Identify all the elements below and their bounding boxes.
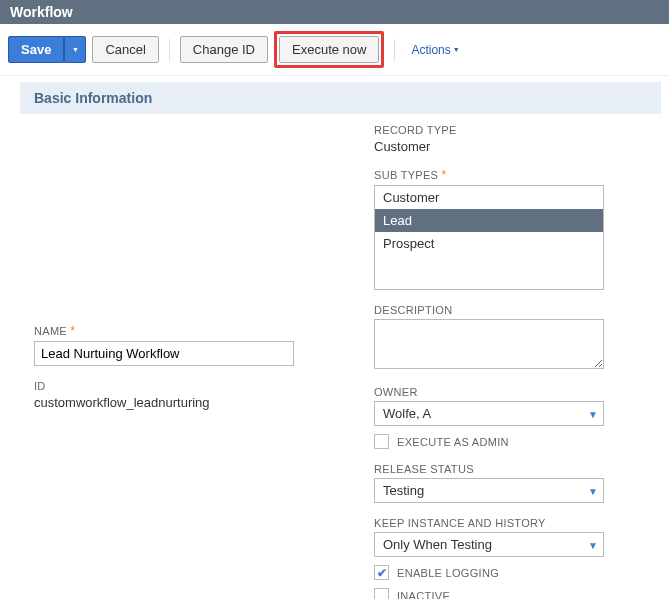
field-sub-types: SUB TYPES * Customer Lead Prospect: [374, 168, 639, 290]
right-column: RECORD TYPE Customer SUB TYPES * Custome…: [374, 124, 639, 599]
field-owner: OWNER Wolfe, A ▼ EXECUTE AS ADMIN: [374, 386, 639, 449]
release-status-label: RELEASE STATUS: [374, 463, 639, 475]
form-body: NAME * ID customworkflow_leadnurturing R…: [0, 114, 669, 599]
field-id: ID customworkflow_leadnurturing: [34, 380, 334, 410]
toolbar-divider: [394, 39, 395, 61]
owner-value: Wolfe, A: [374, 401, 604, 426]
list-item[interactable]: Customer: [375, 186, 603, 209]
inactive-label: INACTIVE: [397, 590, 450, 600]
actions-menu[interactable]: Actions ▼: [411, 43, 459, 57]
owner-label: OWNER: [374, 386, 639, 398]
inactive-row: INACTIVE: [374, 588, 639, 599]
enable-logging-label: ENABLE LOGGING: [397, 567, 499, 579]
caret-down-icon: ▼: [453, 46, 460, 53]
caret-down-icon: ▼: [72, 46, 79, 53]
id-value: customworkflow_leadnurturing: [34, 395, 334, 410]
execute-as-admin-checkbox[interactable]: [374, 434, 389, 449]
name-label: NAME *: [34, 324, 334, 338]
header-title: Workflow: [10, 4, 73, 20]
change-id-button[interactable]: Change ID: [180, 36, 268, 63]
execute-now-highlight: Execute now: [274, 31, 384, 68]
id-label: ID: [34, 380, 334, 392]
inactive-checkbox[interactable]: [374, 588, 389, 599]
sub-types-label: SUB TYPES *: [374, 168, 639, 182]
keep-instance-select[interactable]: Only When Testing ▼: [374, 532, 604, 557]
field-release-status: RELEASE STATUS Testing ▼: [374, 463, 639, 503]
execute-as-admin-row: EXECUTE AS ADMIN: [374, 434, 639, 449]
actions-label: Actions: [411, 43, 450, 57]
description-textarea[interactable]: [374, 319, 604, 369]
list-item[interactable]: Lead: [375, 209, 603, 232]
toolbar-divider: [169, 39, 170, 61]
field-record-type: RECORD TYPE Customer: [374, 124, 639, 154]
left-column: NAME * ID customworkflow_leadnurturing: [34, 124, 334, 599]
field-keep-instance: KEEP INSTANCE AND HISTORY Only When Test…: [374, 517, 639, 599]
release-status-value: Testing: [374, 478, 604, 503]
name-input[interactable]: [34, 341, 294, 366]
field-description: DESCRIPTION: [374, 304, 639, 372]
section-title: Basic Information: [34, 90, 152, 106]
required-indicator: *: [442, 168, 447, 182]
keep-instance-label: KEEP INSTANCE AND HISTORY: [374, 517, 639, 529]
execute-now-button[interactable]: Execute now: [279, 36, 379, 63]
save-button[interactable]: Save: [8, 36, 64, 63]
list-item[interactable]: Prospect: [375, 232, 603, 255]
window-header: Workflow: [0, 0, 669, 24]
section-basic-info: Basic Information: [20, 82, 661, 114]
field-name: NAME *: [34, 324, 334, 366]
record-type-label: RECORD TYPE: [374, 124, 639, 136]
description-label: DESCRIPTION: [374, 304, 639, 316]
enable-logging-checkbox[interactable]: [374, 565, 389, 580]
record-type-value: Customer: [374, 139, 639, 154]
sub-types-listbox[interactable]: Customer Lead Prospect: [374, 185, 604, 290]
save-button-group: Save ▼: [8, 36, 86, 63]
enable-logging-row: ENABLE LOGGING: [374, 565, 639, 580]
owner-select[interactable]: Wolfe, A ▼: [374, 401, 604, 426]
execute-as-admin-label: EXECUTE AS ADMIN: [397, 436, 509, 448]
keep-instance-value: Only When Testing: [374, 532, 604, 557]
release-status-select[interactable]: Testing ▼: [374, 478, 604, 503]
save-dropdown-button[interactable]: ▼: [64, 36, 86, 63]
required-indicator: *: [70, 324, 75, 338]
cancel-button[interactable]: Cancel: [92, 36, 158, 63]
toolbar: Save ▼ Cancel Change ID Execute now Acti…: [0, 24, 669, 76]
